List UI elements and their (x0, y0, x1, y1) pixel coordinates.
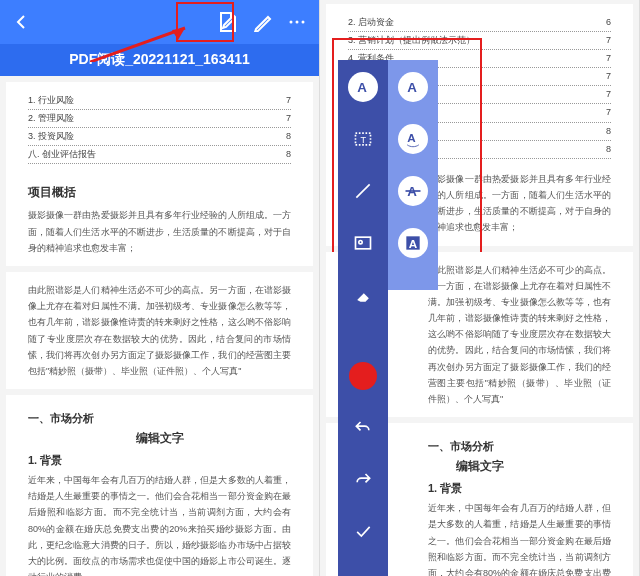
edit-text-label: 编辑文字 (28, 430, 291, 447)
body-text: 由此照谱影是人们精神生活必不可少的高点。另一方面，在谱影摄像上尤存在着对归属性不… (28, 282, 291, 379)
svg-text:A: A (357, 80, 367, 95)
svg-text:A: A (407, 131, 416, 144)
page-3: 一、市场分析 编辑文字 1. 背景 近年来，中国每年会有几百万的结婚人群，但是大… (6, 395, 313, 576)
app-header (0, 0, 319, 44)
svg-point-0 (290, 21, 293, 24)
annotation-toolbar: A T A A A A (338, 60, 438, 576)
record-button[interactable] (349, 362, 377, 390)
back-icon[interactable] (12, 13, 30, 31)
text-style-icon[interactable]: A (348, 72, 378, 102)
svg-text:A: A (409, 237, 418, 250)
document-title: PDF阅读_20221121_163411 (0, 44, 319, 76)
close-icon[interactable] (348, 568, 378, 576)
svg-text:A: A (407, 80, 417, 95)
svg-rect-9 (356, 237, 371, 249)
font-strike-icon[interactable]: A (398, 176, 428, 206)
check-icon[interactable] (348, 516, 378, 546)
font-normal-icon[interactable]: A (398, 72, 428, 102)
font-underline-icon[interactable]: A (398, 124, 428, 154)
line-icon[interactable] (348, 176, 378, 206)
undo-icon[interactable] (348, 412, 378, 442)
more-icon[interactable] (287, 12, 307, 32)
svg-line-8 (356, 184, 369, 197)
subsection-heading: 1. 背景 (28, 453, 291, 468)
body-text: 近年来，中国每年会有几百万的结婚人群，但是大多数的人着重，结婚是人生最重要的事情… (28, 472, 291, 576)
screen-right: 2. 启动资金6 3. 营销计划（提出例做法示范）7 4. 营利条件7 五. 风… (320, 0, 640, 576)
font-highlight-icon[interactable]: A (398, 228, 428, 258)
textbox-icon[interactable]: T (348, 124, 378, 154)
pen-icon[interactable] (253, 12, 273, 32)
toolbar-text-options: A A A A (388, 60, 438, 290)
toolbar-main: A T (338, 60, 388, 576)
toc-row: 1. 行业风险7 (28, 92, 291, 110)
edit-doc-icon[interactable] (217, 11, 239, 33)
image-icon[interactable] (348, 228, 378, 258)
redo-icon[interactable] (348, 464, 378, 494)
body-text: 摄影摄像一群由热爱摄影并且具有多年行业经验的人所组成。一方面，随着人们生活水平的… (28, 207, 291, 256)
page-toc: 1. 行业风险7 2. 管理风险7 3. 投资风险8 八. 创业评估报告8 项目… (6, 82, 313, 266)
screen-left: PDF阅读_20221121_163411 1. 行业风险7 2. 管理风险7 … (0, 0, 320, 576)
section-heading: 一、市场分析 (28, 411, 291, 426)
section-heading: 项目概括 (28, 184, 291, 201)
svg-text:T: T (361, 135, 367, 145)
page-2: 由此照谱影是人们精神生活必不可少的高点。另一方面，在谱影摄像上尤存在着对归属性不… (6, 272, 313, 389)
eraser-icon[interactable] (348, 280, 378, 310)
svg-point-2 (302, 21, 305, 24)
svg-point-10 (359, 241, 362, 244)
svg-point-1 (296, 21, 299, 24)
